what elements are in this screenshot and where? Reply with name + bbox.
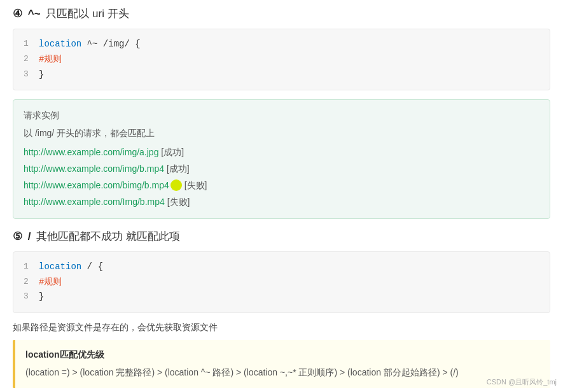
example-url-1: http://www.example.com/img/a.jpg [成功] — [24, 144, 539, 161]
section4-title: ④ ^~ 只匹配以 uri 开头 — [13, 6, 550, 21]
comment-1: #规则 — [39, 54, 62, 64]
status-2: [成功] — [167, 164, 190, 174]
code-content-s5-1: location / { — [39, 260, 539, 275]
section4-desc: 只匹配以 uri 开头 — [46, 8, 129, 20]
section4-symbol: ^~ — [28, 8, 41, 20]
section5-code-block: 1 location / { 2 #规则 3 } — [13, 251, 550, 313]
code-text-3: } — [39, 69, 44, 80]
url-text-2: http://www.example.com/img/b.mp4 — [24, 164, 164, 174]
status-3: [失败] — [184, 180, 207, 190]
code-line-s5-3: 3 } — [24, 290, 539, 305]
code-content-2: #规则 — [39, 52, 539, 67]
code-text-1: ^~ /img/ { — [81, 39, 140, 49]
info-box: location匹配优先级 (location =) > (location 完… — [13, 340, 550, 388]
comment-2: #规则 — [39, 277, 62, 287]
line-num-3: 3 — [24, 67, 39, 81]
cursor-dot — [170, 179, 182, 191]
code-line-2: 2 #规则 — [24, 52, 539, 67]
example-url-2: http://www.example.com/img/b.mp4 [成功] — [24, 161, 539, 178]
section4-example-box: 请求实例 以 /img/ 开头的请求，都会匹配上 http://www.exam… — [13, 99, 550, 218]
code-content-1: location ^~ /img/ { — [39, 37, 539, 52]
code-text-s5-1: / { — [81, 262, 103, 272]
code-content-s5-2: #规则 — [39, 275, 539, 290]
line-num-2: 2 — [24, 52, 39, 66]
example-url-3: http://www.example.com/bimg/b.mp4 [失败] — [24, 178, 539, 194]
line-num-s5-2: 2 — [24, 275, 39, 289]
code-content-s5-3: } — [39, 290, 539, 305]
static-note: 如果路径是资源文件是存在的，会优先获取资源文件 — [13, 322, 550, 333]
section4-num: ④ — [13, 8, 22, 20]
info-box-title: location匹配优先级 — [25, 347, 540, 363]
section4-code-block: 1 location ^~ /img/ { 2 #规则 3 } — [13, 29, 550, 90]
line-num-s5-1: 1 — [24, 260, 39, 274]
line-num-1: 1 — [24, 37, 39, 51]
status-4: [失败] — [167, 197, 190, 207]
section5-title: ⑤ / 其他匹配都不成功 就匹配此项 — [13, 229, 550, 244]
line-num-s5-3: 3 — [24, 290, 39, 304]
example-url-4: http://www.example.com/Img/b.mp4 [失败] — [24, 194, 539, 211]
section5-symbol: / — [28, 230, 34, 242]
code-content-3: } — [39, 67, 539, 83]
code-text-s5-3: } — [39, 291, 44, 302]
status-1: [成功] — [161, 147, 184, 157]
url-text-1: http://www.example.com/img/a.jpg — [24, 147, 158, 157]
code-line-s5-2: 2 #规则 — [24, 275, 539, 290]
code-line-s5-1: 1 location / { — [24, 260, 539, 275]
code-line-3: 3 } — [24, 67, 539, 83]
url-text-3: http://www.example.com/bimg/b.mp4 — [24, 180, 169, 190]
watermark: CSDN @且听风铃_tmj — [487, 377, 557, 387]
example-subtitle: 以 /img/ 开头的请求，都会匹配上 — [24, 125, 539, 142]
keyword-location-1: location — [39, 39, 81, 49]
info-box-content: (location =) > (location 完整路径) > (locati… — [25, 365, 540, 381]
section4: ④ ^~ 只匹配以 uri 开头 1 location ^~ /img/ { 2… — [13, 6, 550, 219]
keyword-location-2: location — [39, 262, 81, 272]
example-title: 请求实例 — [24, 108, 539, 124]
code-line-1: 1 location ^~ /img/ { — [24, 37, 539, 52]
section5: ⑤ / 其他匹配都不成功 就匹配此项 1 location / { 2 #规则 … — [13, 229, 550, 313]
url-text-4: http://www.example.com/Img/b.mp4 — [24, 197, 165, 207]
section5-num: ⑤ — [13, 230, 22, 242]
section5-desc: 其他匹配都不成功 就匹配此项 — [36, 230, 180, 242]
